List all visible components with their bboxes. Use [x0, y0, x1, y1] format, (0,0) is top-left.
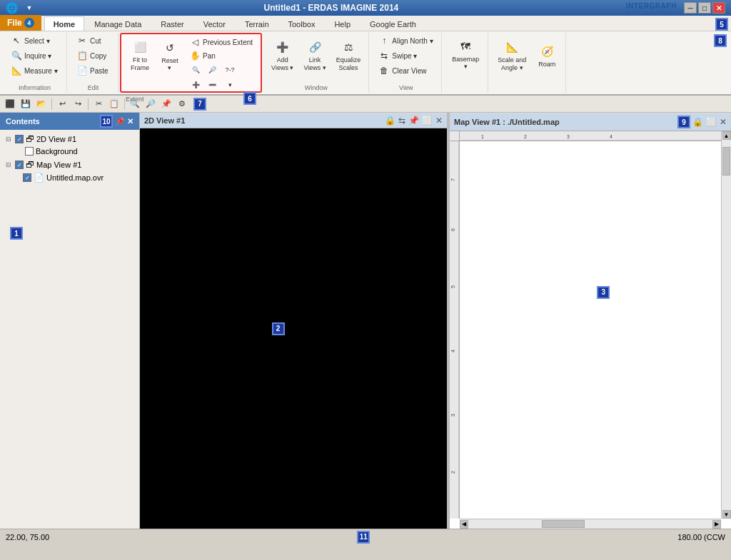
svg-text:4: 4 [610, 134, 612, 139]
zoom-out-button[interactable]: 🔎 [205, 63, 220, 76]
checkbox-background[interactable] [25, 147, 34, 156]
tb-copy[interactable]: 📋 [107, 97, 121, 111]
sync-icon[interactable]: ⇆ [398, 116, 405, 126]
clear-view-button[interactable]: 🗑 Clear View [375, 64, 437, 77]
tree-item-map-view[interactable]: ⊟ ✓ 🗗 Map View #1 [3, 158, 136, 171]
svg-text:1: 1 [481, 134, 484, 139]
pin-view-icon[interactable]: 📌 [408, 116, 419, 126]
sidebar-controls[interactable]: 📌 ✕ [115, 117, 133, 126]
add-views-button[interactable]: ➕ AddViews ▾ [268, 34, 297, 77]
label-mapovr: Untitled.map.ovr [46, 173, 104, 182]
expand-icon[interactable]: ⊟ [4, 136, 13, 143]
scale-angle-icon: 📐 [504, 39, 520, 55]
basemap-button[interactable]: 🗺 Basemap▾ [448, 34, 483, 74]
view-label: View [399, 84, 413, 91]
link-views-button[interactable]: 🔗 LinkViews ▾ [300, 34, 329, 77]
pan-button[interactable]: ✋ Pan [186, 49, 256, 62]
map-paper[interactable]: 3 [460, 141, 721, 519]
scroll-thumb-v[interactable] [722, 147, 730, 175]
close-sidebar-icon[interactable]: ✕ [127, 117, 133, 126]
scale-angle-button[interactable]: 📐 Scale andAngle ▾ [494, 34, 530, 77]
ribbon-group-extent: ⬜ Fit toFrame ↺ Reset▾ ◁ Previous Extent… [120, 33, 262, 93]
measure-button[interactable]: 📐 Measure ▾ [7, 64, 62, 77]
file-icon: 📄 [34, 173, 44, 183]
statusbar: 22.00, 75.00 11 180.00 (CCW [0, 529, 731, 544]
tb-new[interactable]: ⬛ [3, 97, 17, 111]
tab-toolbox[interactable]: Toolbox [279, 16, 325, 31]
ribbon-group-scale-roam: 📐 Scale andAngle ▾ 🧭 Roam [490, 33, 566, 93]
checkbox-mapovr[interactable]: ✓ [23, 173, 31, 182]
ruler-horizontal: 1 2 3 4 [460, 131, 721, 141]
scrollbar-map-horizontal[interactable]: ◀ ▶ [460, 519, 721, 529]
checkbox-2dview[interactable]: ✓ [15, 135, 24, 143]
lock-icon[interactable]: 🔒 [385, 116, 395, 126]
tb-open[interactable]: 📂 [34, 97, 49, 111]
swipe-button[interactable]: ⇆ Swipe ▾ [375, 49, 437, 62]
zoom-out-btn2[interactable]: ➖ [205, 78, 220, 91]
tab-home[interactable]: Home [44, 16, 85, 31]
close-view-icon[interactable]: ✕ [435, 116, 443, 126]
zoom-ratio-button[interactable]: ?-? [221, 63, 238, 76]
view-controls-map[interactable]: 🔒 ⬜ ✕ [692, 117, 727, 127]
ruler-vertical: 7 6 5 4 3 2 1 [450, 141, 460, 519]
quick-access-toolbar[interactable]: ▼ [22, 1, 36, 15]
tree-item-2d-view[interactable]: ⊟ ✓ 🗗 2D View #1 [3, 133, 136, 146]
link-views-icon: 🔗 [307, 39, 323, 55]
map-float-icon[interactable]: ⬜ [706, 117, 717, 127]
svg-text:6: 6 [450, 228, 455, 231]
expand-map-icon[interactable]: ⊟ [4, 161, 13, 168]
view-content-2d[interactable]: 2 [140, 128, 447, 529]
equalize-scales-button[interactable]: ⚖ EqualizeScales [333, 34, 365, 77]
scroll-right-btn[interactable]: ▶ [712, 520, 721, 529]
tb-cut[interactable]: ✂ [91, 97, 106, 111]
roam-button[interactable]: 🧭 Roam [533, 34, 561, 77]
scrollbar-map-vertical[interactable]: ▲ ▼ [721, 131, 731, 519]
tb-redo[interactable]: ↪ [71, 97, 85, 111]
file-badge: 4 [24, 18, 34, 28]
minimize-button[interactable]: ─ [684, 2, 697, 14]
tab-raster[interactable]: Raster [151, 16, 193, 31]
inquire-button[interactable]: 🔍 Inquire ▾ [7, 49, 62, 62]
tab-help[interactable]: Help [325, 16, 360, 31]
view-controls-2d[interactable]: 🔒 ⇆ 📌 ⬜ ✕ [385, 116, 443, 126]
previous-extent-button[interactable]: ◁ Previous Extent [186, 36, 256, 49]
view-title-2d: 2D View #1 [144, 116, 185, 125]
tb-save[interactable]: 💾 [19, 97, 33, 111]
select-button[interactable]: ↖ Select ▾ [7, 34, 62, 47]
titlebar-controls[interactable]: INTERGRAPH ─ □ ✕ [626, 2, 725, 14]
view-content-map[interactable]: 1 2 3 4 7 6 5 4 [450, 131, 731, 529]
svg-text:3: 3 [450, 414, 455, 417]
zoom-in-btn2[interactable]: ➕ [188, 78, 203, 91]
svg-text:4: 4 [450, 350, 455, 352]
tab-vector[interactable]: Vector [194, 16, 235, 31]
tree-item-background[interactable]: Background [3, 146, 136, 157]
tab-google-earth[interactable]: Google Earth [361, 16, 425, 31]
select-icon: ↖ [11, 36, 22, 46]
zoom-in-button[interactable]: 🔍 [188, 63, 203, 76]
map-close-icon[interactable]: ✕ [720, 117, 727, 127]
file-tab[interactable]: File 4 [0, 15, 41, 31]
scroll-up-btn[interactable]: ▲ [722, 131, 731, 140]
zoom-custom-btn[interactable]: ▾ [221, 78, 238, 91]
scroll-down-btn[interactable]: ▼ [722, 510, 731, 519]
reset-button[interactable]: ↺ Reset▾ [157, 36, 183, 76]
cut-button[interactable]: ✂ Cut [73, 34, 114, 47]
paste-button[interactable]: 📄 Paste [73, 64, 114, 77]
status-angle: 180.00 (CCW [677, 533, 725, 541]
copy-button[interactable]: 📋 Copy [73, 49, 114, 62]
scroll-thumb-h[interactable] [542, 520, 585, 528]
tab-terrain[interactable]: Terrain [236, 16, 278, 31]
tab-manage-data[interactable]: Manage Data [85, 16, 151, 31]
maximize-button[interactable]: □ [698, 2, 711, 14]
tree-item-map-ovr[interactable]: ✓ 📄 Untitled.map.ovr [3, 171, 136, 184]
status-coords: 22.00, 75.00 [6, 533, 49, 541]
checkbox-mapview[interactable]: ✓ [15, 161, 24, 169]
fit-to-frame-button[interactable]: ⬜ Fit toFrame [126, 36, 154, 76]
tb-undo[interactable]: ↩ [55, 97, 69, 111]
map-lock-icon[interactable]: 🔒 [692, 117, 703, 127]
close-button[interactable]: ✕ [712, 2, 725, 14]
align-north-button[interactable]: ↑ Align North ▾ [375, 34, 437, 47]
badge-5: 5 [715, 18, 728, 31]
scroll-left-btn[interactable]: ◀ [460, 520, 468, 529]
float-icon[interactable]: ⬜ [422, 116, 433, 126]
